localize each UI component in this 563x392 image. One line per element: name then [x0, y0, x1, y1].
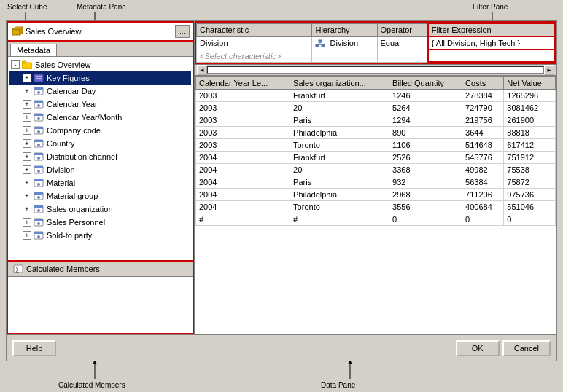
svg-rect-56 — [319, 40, 322, 42]
tree-item-company-code[interactable]: + Company code — [9, 124, 191, 137]
metadata-tab[interactable]: Metadata — [10, 44, 57, 56]
data-cell-8-0: 2004 — [196, 189, 290, 201]
filter-cell-op-2 — [377, 50, 428, 62]
data-cell-2-2: 1294 — [389, 114, 462, 127]
material-label: Material — [47, 179, 75, 187]
metadata-panel: Metadata - Sales Overv — [7, 42, 194, 262]
data-cell-6-0: 2004 — [196, 164, 290, 176]
hierarchy-icon — [315, 39, 327, 47]
data-cell-2-4: 261900 — [504, 114, 556, 127]
svg-point-20 — [37, 91, 40, 94]
svg-rect-31 — [34, 140, 43, 142]
calc-icon: ∑ — [12, 263, 24, 275]
svg-point-29 — [37, 130, 40, 133]
filter-cell-hier-1: Division — [312, 36, 377, 50]
dim-dist-channel-icon — [33, 151, 44, 162]
data-cell-1-4: 3081462 — [504, 102, 556, 114]
tree-item-division[interactable]: + Division — [9, 163, 191, 176]
filter-row-1[interactable]: Division — [197, 36, 555, 50]
ok-button[interactable]: OK — [456, 340, 500, 356]
left-panel: Sales Overview ... Metadata - — [7, 21, 195, 334]
scroll-left-btn[interactable]: ◄ — [197, 65, 207, 75]
tree-item-dist-channel[interactable]: + Distribution channel — [9, 150, 191, 163]
filter-col-operator: Operator — [377, 23, 428, 36]
data-row-3: 2003Philadelphia890364488818 — [196, 127, 556, 139]
dim-company-code-icon — [33, 125, 44, 136]
filter-row-2[interactable]: <Select characteristic> — [197, 50, 555, 62]
data-cell-5-2: 2526 — [389, 152, 462, 164]
tree-item-cal-year-month[interactable]: + Calendar Year/Month — [9, 111, 191, 124]
dim-sales-personnel-icon — [33, 216, 44, 228]
data-cell-5-0: 2004 — [196, 152, 290, 164]
tree-expander-dc[interactable]: + — [23, 152, 31, 161]
horizontal-scrollbar[interactable]: ◄ ► — [195, 64, 556, 76]
metadata-tab-bar: Metadata — [8, 42, 193, 57]
svg-rect-43 — [34, 192, 43, 195]
tree-item-sold-to[interactable]: + Sold-to party — [9, 229, 191, 242]
tree-expander-mat[interactable]: + — [23, 179, 31, 187]
cancel-button[interactable]: Cancel — [502, 340, 551, 356]
tree-expander-cy[interactable]: + — [23, 100, 31, 109]
data-cell-1-2: 5264 — [389, 102, 462, 114]
tree-expander-kf[interactable]: + — [23, 74, 31, 82]
data-col-costs: Costs — [462, 77, 504, 90]
data-cell-10-4: 0 — [504, 213, 556, 226]
svg-point-26 — [37, 117, 40, 120]
data-cell-7-4: 75872 — [504, 176, 556, 189]
tree-item-calendar-year[interactable]: + Calendar Year — [9, 98, 191, 111]
dim-material-icon — [33, 177, 44, 189]
tree-expander-mg[interactable]: + — [23, 192, 31, 200]
data-col-sales-org: Sales organization... — [290, 77, 389, 90]
tree-expander-root[interactable]: - — [11, 60, 20, 69]
tree-item-sales-personnel[interactable]: + Sales Personnel — [9, 216, 191, 229]
calendar-day-label: Calendar Day — [47, 87, 96, 95]
data-row-5: 2004Frankfurt2526545776751912 — [196, 152, 556, 164]
folder-icon — [21, 59, 33, 71]
sales-org-label: Sales organization — [47, 205, 113, 213]
data-cell-2-0: 2003 — [196, 114, 290, 127]
data-cell-2-1: Paris — [290, 114, 389, 127]
help-button[interactable]: Help — [12, 340, 56, 356]
data-cell-9-1: Toronto — [290, 201, 389, 213]
data-cell-8-2: 2968 — [389, 189, 462, 201]
data-cell-4-0: 2003 — [196, 139, 290, 152]
tree-expander-so[interactable]: + — [23, 205, 31, 213]
svg-point-44 — [37, 196, 40, 199]
division-label: Division — [47, 165, 75, 174]
scroll-right-btn[interactable]: ► — [544, 65, 554, 75]
tree-expander-cd[interactable]: + — [23, 87, 31, 95]
tree-expander-stp[interactable]: + — [23, 231, 31, 240]
data-cell-1-0: 2003 — [196, 102, 290, 114]
tree-root[interactable]: - Sales Overview — [9, 58, 191, 71]
data-cell-5-4: 751912 — [504, 152, 556, 164]
tree-item-material-group[interactable]: + Material group — [9, 189, 191, 203]
calc-members-label: Calculated Members — [26, 264, 100, 273]
dim-sales-org-icon — [33, 203, 44, 215]
data-cell-10-0: # — [196, 213, 290, 226]
tree-expander-country[interactable]: + — [23, 139, 31, 148]
dim-cal-year-month-icon — [33, 111, 44, 123]
data-cell-0-1: Frankfurt — [290, 90, 389, 102]
tree-item-sales-org[interactable]: + Sales organization — [9, 203, 191, 216]
filter-cell-char-1: Division — [197, 36, 312, 50]
svg-point-38 — [37, 170, 40, 173]
svg-point-32 — [37, 144, 40, 146]
data-table: Calendar Year Le... Sales organization..… — [195, 77, 556, 226]
svg-rect-22 — [34, 101, 43, 103]
tree-expander-div[interactable]: + — [23, 165, 31, 174]
filter-cell-expr-2 — [428, 50, 554, 62]
svg-rect-40 — [34, 179, 43, 181]
tree-item-material[interactable]: + Material — [9, 176, 191, 189]
country-label: Country — [47, 139, 75, 148]
tree-expander-cym[interactable]: + — [23, 113, 31, 122]
tree-item-key-figures[interactable]: + Key Figures — [9, 71, 191, 85]
tree-expander-cc[interactable]: + — [23, 126, 31, 135]
data-cell-4-1: Toronto — [290, 139, 389, 152]
tree-item-country[interactable]: + Country — [9, 137, 191, 150]
tree-expander-sp[interactable]: + — [23, 218, 31, 227]
data-cell-6-3: 49982 — [462, 164, 504, 176]
tree-item-calendar-day[interactable]: + Calendar Day — [9, 85, 191, 98]
cube-browse-button[interactable]: ... — [175, 25, 190, 38]
svg-rect-19 — [34, 87, 43, 90]
calculated-members-panel: ∑ Calculated Members — [7, 262, 194, 334]
